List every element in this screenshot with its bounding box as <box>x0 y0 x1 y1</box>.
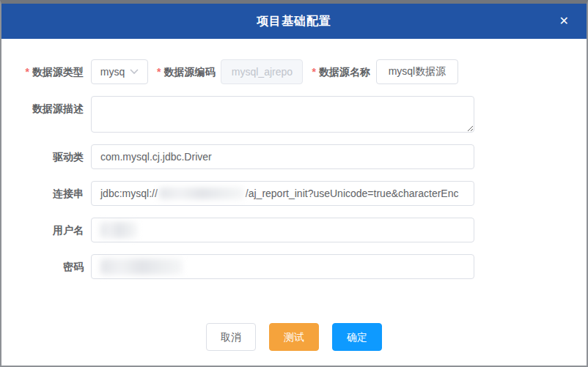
connection-input[interactable]: jdbc:mysql:// /aj_report_init?useUnicode… <box>91 181 474 206</box>
redacted-password-blur <box>100 259 183 275</box>
dialog-window: 项目基础配置 ✕ *数据源类型 mysq *数据源编码 *数据源名称 <box>0 0 588 367</box>
confirm-button[interactable]: 确定 <box>332 323 382 351</box>
test-button[interactable]: 测试 <box>269 323 319 351</box>
form-row-username: 用户名 <box>1 218 587 242</box>
datasource-name-input[interactable] <box>376 59 458 84</box>
description-label: 数据源描述 <box>1 96 84 121</box>
close-icon[interactable]: ✕ <box>556 12 572 30</box>
required-marker: * <box>26 66 29 78</box>
form-row-description: 数据源描述 <box>1 96 587 133</box>
driver-input[interactable] <box>91 144 474 169</box>
form-row-basic: *数据源类型 mysq *数据源编码 *数据源名称 <box>1 59 587 84</box>
datasource-type-value: mysq <box>100 66 125 78</box>
redacted-username-blur <box>100 222 137 238</box>
connection-value-prefix: jdbc:mysql:// <box>100 188 158 199</box>
description-textarea[interactable] <box>91 96 474 133</box>
username-input[interactable] <box>91 218 474 242</box>
datasource-type-label: *数据源类型 <box>1 59 84 84</box>
connection-label: 连接串 <box>1 181 84 206</box>
username-label: 用户名 <box>1 218 84 242</box>
datasource-name-label: *数据源名称 <box>312 59 370 84</box>
chevron-down-icon <box>130 69 139 75</box>
driver-label: 驱动类 <box>1 144 84 169</box>
datasource-code-input <box>221 59 303 84</box>
required-marker: * <box>157 66 161 78</box>
dialog-title: 项目基础配置 <box>257 14 331 29</box>
password-input[interactable] <box>91 254 474 279</box>
dialog-body: *数据源类型 mysq *数据源编码 *数据源名称 数据源描述 <box>1 39 587 351</box>
form-row-password: 密码 <box>1 254 587 279</box>
datasource-type-select[interactable]: mysq <box>91 59 148 84</box>
redacted-host-blur <box>159 188 244 199</box>
cancel-button[interactable]: 取消 <box>206 323 256 351</box>
form-row-connection: 连接串 jdbc:mysql:// /aj_report_init?useUni… <box>1 181 587 206</box>
dialog-header: 项目基础配置 ✕ <box>1 4 587 39</box>
connection-value-suffix: /aj_report_init?useUnicode=true&characte… <box>246 188 459 199</box>
form-row-driver: 驱动类 <box>1 144 587 169</box>
dialog-footer: 取消 测试 确定 <box>1 323 587 351</box>
datasource-code-label: *数据源编码 <box>157 59 215 84</box>
password-label: 密码 <box>1 254 84 279</box>
required-marker: * <box>312 66 315 78</box>
